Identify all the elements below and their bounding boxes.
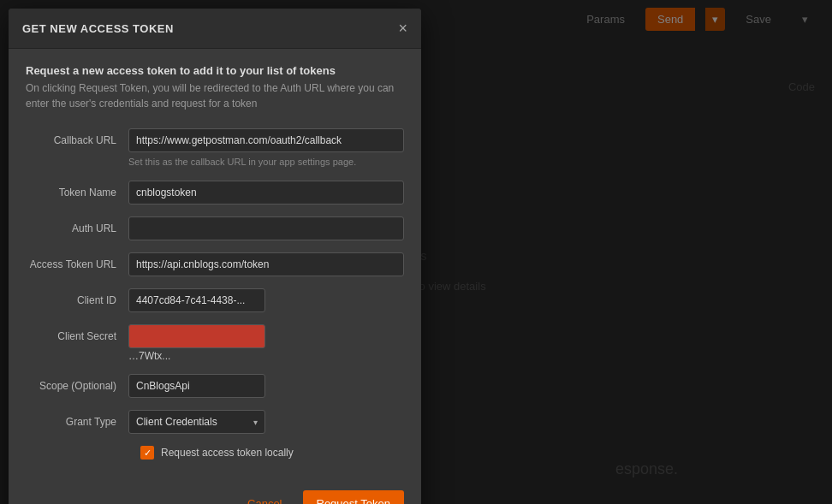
cancel-button[interactable]: Cancel [235, 490, 294, 504]
callback-url-wrapper: https://www.getpostman.com/oauth2/callba… [128, 128, 404, 169]
modal-close-button[interactable]: × [398, 21, 407, 36]
request-token-button[interactable]: Request Token [303, 490, 405, 504]
request-locally-row: ✓ Request access token locally [140, 446, 404, 460]
client-id-label: Client ID [26, 288, 128, 306]
get-token-modal: GET NEW ACCESS TOKEN × Request a new acc… [9, 9, 421, 504]
scope-wrapper [128, 374, 404, 398]
token-name-wrapper [128, 181, 404, 205]
grant-type-group: Grant Type Client Credentials ▾ [26, 410, 404, 434]
client-id-input[interactable] [128, 288, 265, 312]
token-name-group: Token Name [26, 181, 404, 205]
auth-url-group: Auth URL [26, 216, 404, 240]
checkmark-icon: ✓ [144, 448, 152, 459]
access-token-url-group: Access Token URL [26, 252, 404, 276]
access-token-url-wrapper [128, 252, 404, 276]
scope-group: Scope (Optional) [26, 374, 404, 398]
auth-url-wrapper [128, 216, 404, 240]
token-name-label: Token Name [26, 181, 128, 199]
client-secret-label: Client Secret [26, 324, 128, 342]
client-secret-wrapper: …7Wtx... [128, 324, 404, 362]
grant-type-value: Client Credentials [136, 416, 248, 428]
client-secret-input[interactable] [128, 324, 265, 348]
scope-input[interactable] [128, 374, 265, 398]
grant-type-select[interactable]: Client Credentials ▾ [128, 410, 265, 434]
callback-url-value: https://www.getpostman.com/oauth2/callba… [128, 128, 404, 152]
grant-type-label: Grant Type [26, 410, 128, 428]
modal-desc-title: Request a new access token to add it to … [26, 64, 404, 77]
auth-url-input[interactable] [128, 216, 404, 240]
client-id-wrapper [128, 288, 404, 312]
modal-body: Request a new access token to add it to … [9, 49, 421, 482]
access-token-url-label: Access Token URL [26, 252, 128, 270]
grant-type-caret-icon: ▾ [253, 418, 258, 427]
grant-type-wrapper: Client Credentials ▾ [128, 410, 404, 434]
token-name-input[interactable] [128, 181, 404, 205]
scope-label: Scope (Optional) [26, 374, 128, 392]
callback-url-hint: Set this as the callback URL in your app… [128, 156, 404, 169]
modal-desc-text: On clicking Request Token, you will be r… [26, 80, 404, 111]
modal-title: GET NEW ACCESS TOKEN [22, 22, 174, 35]
request-locally-checkbox[interactable]: ✓ [140, 446, 154, 460]
request-locally-label: Request access token locally [161, 447, 294, 459]
client-secret-hint: …7Wtx... [128, 350, 404, 362]
modal-footer: Cancel Request Token [9, 482, 421, 504]
callback-url-label: Callback URL [26, 128, 128, 146]
client-id-group: Client ID [26, 288, 404, 312]
callback-url-group: Callback URL https://www.getpostman.com/… [26, 128, 404, 169]
modal-header: GET NEW ACCESS TOKEN × [9, 9, 421, 49]
auth-url-label: Auth URL [26, 216, 128, 234]
access-token-url-input[interactable] [128, 252, 404, 276]
client-secret-group: Client Secret …7Wtx... [26, 324, 404, 362]
